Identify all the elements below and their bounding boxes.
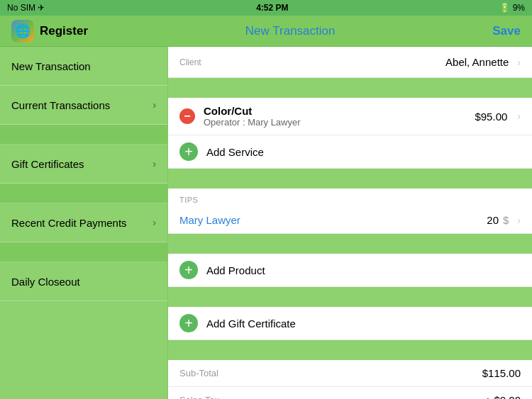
add-product-row[interactable]: + Add Product [168,254,532,287]
sidebar-gap-2 [0,184,167,203]
chevron-icon: › [517,111,521,122]
battery-icon: 🔋 9% [499,3,525,13]
remove-service-button[interactable]: − [179,108,195,124]
subtotal-row: Sub-Total $115.00 [168,360,532,387]
client-row[interactable]: Client Abel, Annette › [168,47,532,78]
service-operator: Operator : Mary Lawyer [204,117,475,128]
subtotal-value: $115.00 [482,367,521,379]
add-gift-certificate-row[interactable]: + Add Gift Certificate [168,307,532,340]
tip-row[interactable]: Mary Lawyer 20 $ › [168,207,532,234]
register-nav: 🌐 Register [11,20,88,43]
tips-label: TIPS [179,196,198,204]
tip-currency: $ [503,214,509,226]
sidebar-item-current-transactions[interactable]: Current Transactions › [0,86,167,125]
service-row: − Color/Cut Operator : Mary Lawyer $95.0… [168,98,532,135]
client-name: Abel, Annette [445,56,509,68]
green-divider-2 [168,169,532,189]
chevron-icon: › [517,57,521,68]
sidebar-item-gift-certificates[interactable]: Gift Certificates › [0,145,167,184]
service-price: $95.00 [475,111,507,123]
chevron-icon: › [153,99,156,111]
add-service-button[interactable]: + [179,142,198,161]
sidebar-item-daily-closeout[interactable]: Daily Closeout [0,262,167,301]
sidebar-item-new-transaction[interactable]: New Transaction [0,47,167,86]
service-name: Color/Cut [204,105,475,117]
add-gift-button[interactable]: + [179,314,198,332]
green-divider-1 [168,78,532,98]
green-divider-4 [168,287,532,307]
sales-tax-row: Sales Tax + $0.00 [168,387,532,399]
nav-bar: 🌐 Register New Transaction Save [0,16,532,47]
add-product-button[interactable]: + [179,261,198,279]
sidebar-item-recent-credit-payments[interactable]: Recent Credit Payments › [0,203,167,242]
sidebar: New Transaction Current Transactions › G… [0,47,168,399]
green-divider-3 [168,234,532,254]
chevron-icon: › [517,215,521,226]
app-title: Register [40,24,88,38]
add-service-row[interactable]: + Add Service [168,135,532,169]
sales-tax-value: + $0.00 [485,394,521,399]
content-area: Client Abel, Annette › − Color/Cut Opera… [168,47,532,399]
status-right: 🔋 9% [499,3,525,13]
tips-section: TIPS [168,189,532,207]
main-layout: New Transaction Current Transactions › G… [0,47,532,399]
client-label: Client [179,57,201,67]
add-product-label: Add Product [206,264,265,276]
sidebar-gap-1 [0,125,167,145]
sales-tax-label: Sales Tax [179,395,219,399]
status-left: No SIM ✈ [7,3,45,13]
sidebar-gap-3 [0,242,167,262]
status-time: 4:52 PM [45,3,499,13]
add-gift-label: Add Gift Certificate [206,317,296,330]
tip-right: 20 $ › [487,214,521,226]
tip-operator-name: Mary Lawyer [179,214,240,226]
subtotal-label: Sub-Total [179,368,218,378]
save-button[interactable]: Save [492,24,521,38]
app-icon: 🌐 [11,20,34,43]
chevron-icon: › [153,158,156,169]
green-divider-5 [168,340,532,360]
no-sim-text: No SIM ✈ [7,3,45,13]
service-info: Color/Cut Operator : Mary Lawyer [204,105,475,128]
transaction-title: New Transaction [245,24,336,38]
tip-amount: 20 [487,214,499,226]
add-service-label: Add Service [206,146,264,158]
status-bar: No SIM ✈ 4:52 PM 🔋 9% [0,0,532,16]
chevron-icon: › [153,217,156,228]
